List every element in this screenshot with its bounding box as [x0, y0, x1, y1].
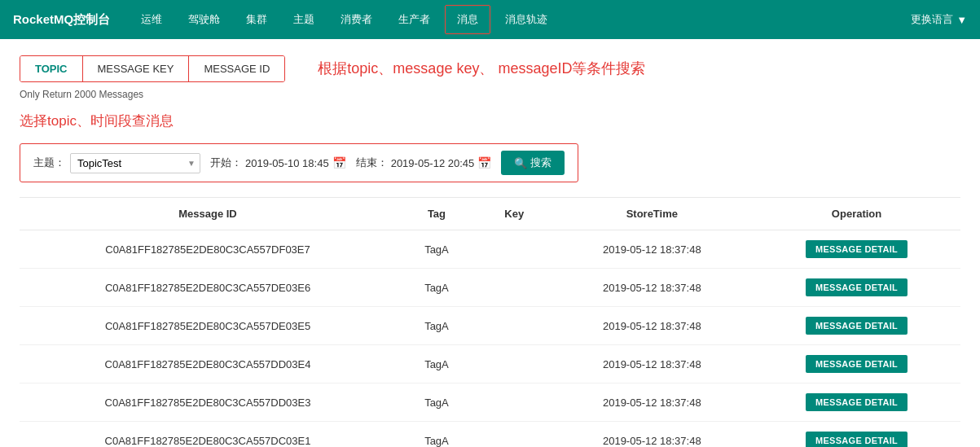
table-row: C0A81FF182785E2DE80C3CA557DD03E4 TagA 20… — [20, 345, 960, 383]
table-row: C0A81FF182785E2DE80C3CA557DD03E3 TagA 20… — [20, 383, 960, 422]
start-label: 开始： — [210, 156, 242, 170]
col-header-key: Key — [477, 198, 552, 230]
start-date-value: 2019-05-10 18:45 — [245, 157, 329, 169]
search-form: 主题： TopicTest ▼ 开始： 2019-05-10 18:45 📅 结… — [20, 143, 578, 182]
end-label: 结束： — [356, 156, 388, 170]
cell-message-id: C0A81FF182785E2DE80C3CA557DE03E5 — [20, 307, 396, 345]
subject-label: 主题： — [33, 156, 65, 170]
nav-item-shengchanzhe[interactable]: 生产者 — [387, 6, 442, 33]
cell-tag: TagA — [396, 269, 477, 307]
nav-item-jiashicang[interactable]: 驾驶舱 — [177, 6, 231, 33]
tab-row: TOPIC MESSAGE KEY MESSAGE ID 根据topic、mes… — [20, 55, 960, 82]
lang-switch-label: 更换语言 — [911, 12, 953, 27]
cell-tag: TagA — [396, 383, 477, 422]
cell-key — [477, 422, 552, 448]
col-header-store-time: StoreTime — [552, 198, 754, 230]
start-date-group: 开始： 2019-05-10 18:45 📅 — [210, 156, 346, 170]
calendar-icon-end[interactable]: 📅 — [477, 156, 491, 169]
message-table: Message ID Tag Key StoreTime Operation C… — [20, 197, 960, 447]
cell-message-id: C0A81FF182785E2DE80C3CA557DD03E4 — [20, 345, 396, 383]
subject-select[interactable]: TopicTest — [70, 153, 200, 173]
cell-key — [477, 307, 552, 345]
cell-message-id: C0A81FF182785E2DE80C3CA557DF03E7 — [20, 230, 396, 269]
nav-items: 运维 驾驶舱 集群 主题 消费者 生产者 消息 消息轨迹 — [130, 5, 911, 34]
cell-operation: MESSAGE DETAIL — [753, 422, 960, 448]
cell-tag: TagA — [396, 230, 477, 269]
cell-tag: TagA — [396, 307, 477, 345]
tab-topic[interactable]: TOPIC — [20, 56, 83, 81]
col-header-message-id: Message ID — [20, 198, 396, 230]
cell-operation: MESSAGE DETAIL — [753, 269, 960, 307]
nav-item-jiqun[interactable]: 集群 — [235, 6, 279, 33]
brand-logo: RocketMQ控制台 — [13, 12, 110, 28]
col-header-operation: Operation — [753, 198, 960, 230]
table-row: C0A81FF182785E2DE80C3CA557DC03E1 TagA 20… — [20, 422, 960, 448]
message-detail-button[interactable]: MESSAGE DETAIL — [806, 317, 907, 335]
search-button[interactable]: 🔍 搜索 — [501, 151, 565, 175]
cell-key — [477, 345, 552, 383]
table-row: C0A81FF182785E2DE80C3CA557DF03E7 TagA 20… — [20, 230, 960, 269]
message-detail-button[interactable]: MESSAGE DETAIL — [806, 355, 907, 373]
cell-key — [477, 383, 552, 422]
message-detail-button[interactable]: MESSAGE DETAIL — [806, 240, 907, 258]
cell-message-id: C0A81FF182785E2DE80C3CA557DD03E3 — [20, 383, 396, 422]
end-date-group: 结束： 2019-05-12 20:45 📅 — [356, 156, 492, 170]
cell-store-time: 2019-05-12 18:37:48 — [552, 422, 754, 448]
lang-switch[interactable]: 更换语言 ▼ — [911, 12, 967, 27]
message-detail-button[interactable]: MESSAGE DETAIL — [806, 432, 907, 447]
tab-message-key[interactable]: MESSAGE KEY — [83, 56, 190, 81]
search-label: 搜索 — [530, 156, 552, 170]
nav-item-xiaoxiguiji[interactable]: 消息轨迹 — [494, 6, 559, 33]
cell-operation: MESSAGE DETAIL — [753, 383, 960, 422]
subject-group: 主题： TopicTest ▼ — [33, 153, 200, 173]
nav-item-xiaofeizhe[interactable]: 消费者 — [329, 6, 384, 33]
end-date-value: 2019-05-12 20:45 — [391, 157, 475, 169]
cell-message-id: C0A81FF182785E2DE80C3CA557DE03E6 — [20, 269, 396, 307]
only-return-label: Only Return 2000 Messages — [20, 89, 960, 100]
nav-item-xiaoxi[interactable]: 消息 — [445, 5, 490, 34]
cell-store-time: 2019-05-12 18:37:48 — [552, 307, 754, 345]
cell-store-time: 2019-05-12 18:37:48 — [552, 383, 754, 422]
cell-message-id: C0A81FF182785E2DE80C3CA557DC03E1 — [20, 422, 396, 448]
table-row: C0A81FF182785E2DE80C3CA557DE03E6 TagA 20… — [20, 269, 960, 307]
cell-tag: TagA — [396, 422, 477, 448]
table-header: Message ID Tag Key StoreTime Operation — [20, 198, 960, 230]
subject-select-wrapper: TopicTest ▼ — [70, 153, 200, 173]
cell-operation: MESSAGE DETAIL — [753, 345, 960, 383]
navbar: RocketMQ控制台 运维 驾驶舱 集群 主题 消费者 生产者 消息 消息轨迹… — [0, 0, 980, 39]
nav-item-yunwei[interactable]: 运维 — [130, 6, 174, 33]
subtitle: 选择topic、时间段查消息 — [20, 112, 960, 130]
cell-store-time: 2019-05-12 18:37:48 — [552, 269, 754, 307]
nav-item-zhuti[interactable]: 主题 — [282, 6, 326, 33]
col-header-tag: Tag — [396, 198, 477, 230]
cell-key — [477, 230, 552, 269]
chevron-down-icon: ▼ — [956, 14, 967, 26]
cell-tag: TagA — [396, 345, 477, 383]
tab-group: TOPIC MESSAGE KEY MESSAGE ID — [20, 55, 285, 82]
calendar-icon-start[interactable]: 📅 — [332, 156, 346, 169]
table-row: C0A81FF182785E2DE80C3CA557DE03E5 TagA 20… — [20, 307, 960, 345]
search-icon: 🔍 — [514, 157, 527, 169]
tab-message-id[interactable]: MESSAGE ID — [189, 56, 284, 81]
cell-key — [477, 269, 552, 307]
message-detail-button[interactable]: MESSAGE DETAIL — [806, 278, 907, 296]
message-detail-button[interactable]: MESSAGE DETAIL — [806, 393, 907, 411]
tab-hint: 根据topic、message key、 messageID等条件搜索 — [318, 55, 645, 78]
cell-store-time: 2019-05-12 18:37:48 — [552, 345, 754, 383]
cell-operation: MESSAGE DETAIL — [753, 307, 960, 345]
main-content: TOPIC MESSAGE KEY MESSAGE ID 根据topic、mes… — [0, 39, 980, 447]
cell-store-time: 2019-05-12 18:37:48 — [552, 230, 754, 269]
cell-operation: MESSAGE DETAIL — [753, 230, 960, 269]
